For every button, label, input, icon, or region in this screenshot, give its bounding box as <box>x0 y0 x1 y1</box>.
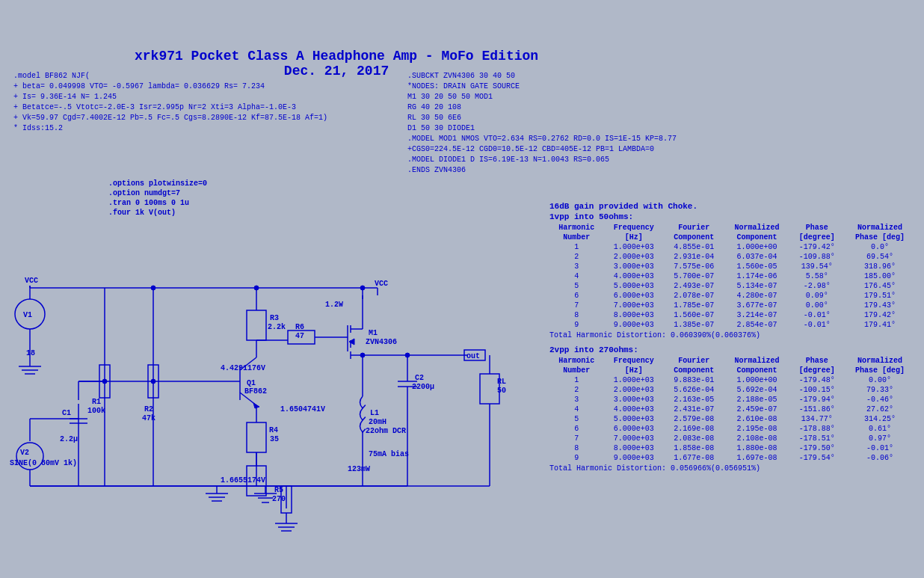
main-container: xrk971 Pocket Class A Headphone Amp - Mo… <box>0 0 924 578</box>
table-cell: 6 <box>549 424 604 434</box>
svg-text:C1: C1 <box>62 409 71 417</box>
table-cell: 6.000e+03 <box>604 291 664 301</box>
table-cell: -109.88° <box>789 252 844 262</box>
svg-marker-87 <box>349 339 354 345</box>
table-cell: 2.078e-07 <box>664 291 724 301</box>
svg-point-123 <box>102 379 107 384</box>
table-cell: 1.880e-08 <box>724 443 789 453</box>
svg-text:.option numdgt=7: .option numdgt=7 <box>108 189 180 197</box>
table-cell: 8 <box>549 443 604 453</box>
svg-point-124 <box>151 379 155 384</box>
svg-point-125 <box>151 286 155 290</box>
table-cell: 5.58° <box>789 271 844 281</box>
svg-text:VCC: VCC <box>25 277 38 285</box>
table-cell: 2.493e-07 <box>664 281 724 291</box>
svg-point-126 <box>254 286 259 290</box>
col-degree-2: [degree] <box>789 366 844 375</box>
table-cell: 5.626e-04 <box>664 385 724 395</box>
col-norm-comp-2: Component <box>724 366 789 375</box>
table-cell: 9.000e+03 <box>604 453 664 463</box>
col-hz-2: [Hz] <box>604 366 664 375</box>
table-cell: 2.610e-08 <box>724 414 789 424</box>
table-cell: 2.163e-05 <box>664 395 724 405</box>
svg-text:M1: M1 <box>369 329 378 337</box>
table-cell: 1.858e-08 <box>664 443 724 453</box>
table-cell: 7 <box>549 301 604 310</box>
thd-section1: Total Harmonic Distortion: 0.060390%(0.0… <box>549 331 916 339</box>
circuit-diagram: .circ { fill: none; stroke: #0000cc; str… <box>4 127 549 553</box>
data-area: 16dB gain provided with Choke. 1vpp into… <box>549 202 916 479</box>
table-cell: 179.43° <box>844 301 916 310</box>
svg-text:123mW: 123mW <box>348 465 370 473</box>
subckt-line-1: .SUBCKT ZVN4306 30 40 50 <box>407 71 677 82</box>
model-text: .model BF862 NJF( + beta= 0.049998 VTO= … <box>13 71 327 134</box>
col-norm-comp-1: Component <box>724 233 789 242</box>
table-cell: 3.677e-07 <box>724 301 789 310</box>
col-freq-2: Frequency <box>604 356 664 366</box>
table-cell: -0.46° <box>844 395 916 405</box>
col-norm-phase-2: Normalized <box>844 356 916 366</box>
table-cell: 4.000e+03 <box>604 405 664 414</box>
subckt-line-3: M1 30 20 50 50 MOD1 <box>407 92 677 102</box>
svg-text:Q1: Q1 <box>247 379 256 387</box>
model-line-3: + Is= 9.36E-14 N= 1.245 <box>13 92 327 102</box>
col-hz-1: [Hz] <box>604 233 664 242</box>
table-cell: 4.855e-01 <box>664 242 724 252</box>
svg-text:BF862: BF862 <box>244 387 267 396</box>
section1-header: 16dB gain provided with Choke. <box>549 202 916 211</box>
col-phase-1: Phase <box>789 223 844 233</box>
svg-text:47: 47 <box>295 332 304 340</box>
table-cell: 0.09° <box>789 291 844 301</box>
svg-text:R3: R3 <box>270 314 279 322</box>
table-cell: 0.00° <box>789 301 844 310</box>
svg-text:50: 50 <box>497 387 506 395</box>
table-cell: 5.692e-04 <box>724 385 789 395</box>
table-cell: 2.108e-08 <box>724 434 789 443</box>
table-cell: 2.000e+03 <box>604 385 664 395</box>
svg-text:C2: C2 <box>415 374 424 382</box>
table-cell: -0.06° <box>844 453 916 463</box>
svg-text:R6: R6 <box>295 323 304 331</box>
col-fourier-1: Fourier <box>664 223 724 233</box>
table-cell: 1.677e-08 <box>664 453 724 463</box>
col-harmonic-1: Harmonic <box>549 223 604 233</box>
table-cell: -151.86° <box>789 405 844 414</box>
table-cell: 2.854e-07 <box>724 320 789 330</box>
table-cell: -179.50° <box>789 443 844 453</box>
table-cell: 1.174e-06 <box>724 271 789 281</box>
subckt-line-2: *NODES: DRAIN GATE SOURCE <box>407 82 677 92</box>
svg-text:2.2k: 2.2k <box>268 323 286 331</box>
table-cell: 5.000e+03 <box>604 281 664 291</box>
svg-text:ZVN4306: ZVN4306 <box>366 338 397 346</box>
table-cell: 4.280e-07 <box>724 291 789 301</box>
table-cell: 2.931e-04 <box>664 252 724 262</box>
table-cell: 0.0° <box>844 242 916 252</box>
table-cell: 7.575e-06 <box>664 262 724 271</box>
table-cell: -0.01° <box>844 443 916 453</box>
table-cell: 176.45° <box>844 281 916 291</box>
subckt-line-4: RG 40 20 108 <box>407 102 677 113</box>
svg-rect-61 <box>247 310 266 340</box>
table-cell: 179.42° <box>844 310 916 320</box>
table-cell: 2.431e-07 <box>664 405 724 414</box>
svg-text:75mA bias: 75mA bias <box>369 450 409 458</box>
table-cell: 1.697e-08 <box>724 453 789 463</box>
table-cell: 8 <box>549 310 604 320</box>
table-cell: 6 <box>549 291 604 301</box>
svg-text:VCC: VCC <box>375 280 388 288</box>
table-cell: 9 <box>549 453 604 463</box>
col-component-2: Component <box>664 366 724 375</box>
table-cell: 2.169e-08 <box>664 424 724 434</box>
svg-text:R4: R4 <box>269 426 278 434</box>
model-line-1: .model BF862 NJF( <box>13 71 327 82</box>
svg-text:4.4291176V: 4.4291176V <box>221 364 265 372</box>
table-cell: 69.54° <box>844 252 916 262</box>
svg-text:R2: R2 <box>144 405 153 413</box>
col-phase-2: Phase <box>789 356 844 366</box>
table-cell: 134.77° <box>789 414 844 424</box>
table-cell: 179.41° <box>844 320 916 330</box>
section1-subheader: 1vpp into 50ohms: <box>549 212 916 221</box>
table-cell: 6.037e-04 <box>724 252 789 262</box>
table-cell: 1.785e-07 <box>664 301 724 310</box>
table-cell: 3.000e+03 <box>604 262 664 271</box>
